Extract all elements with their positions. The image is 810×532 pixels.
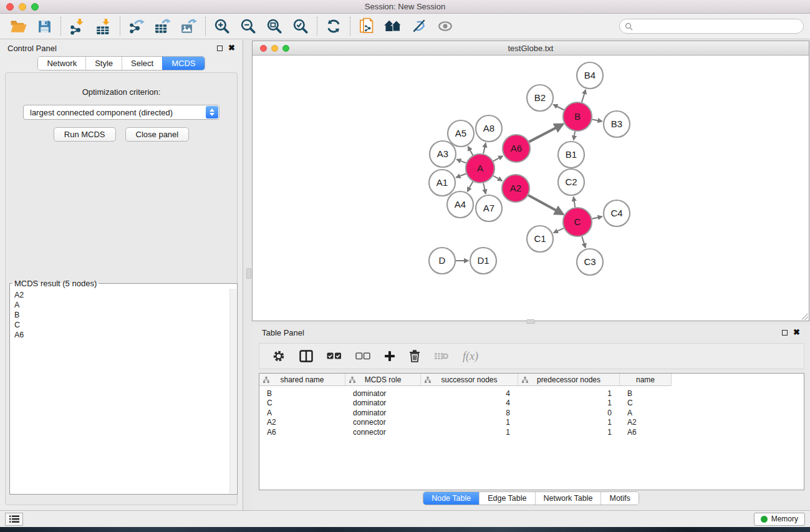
- network-minimize-icon[interactable]: [271, 45, 278, 52]
- table-cell[interactable]: 4: [421, 399, 518, 407]
- table-cell[interactable]: dominator: [345, 409, 421, 417]
- tab-style[interactable]: Style: [85, 57, 122, 70]
- tab-node-table[interactable]: Node Table: [423, 492, 479, 505]
- table-row[interactable]: Cdominator41C: [259, 399, 804, 409]
- table-cell[interactable]: 1: [421, 428, 518, 437]
- zoom-selected-button[interactable]: [287, 16, 314, 37]
- zoom-window-icon[interactable]: [31, 3, 39, 11]
- graph-node-B[interactable]: B: [563, 102, 592, 131]
- export-image-button[interactable]: [176, 16, 202, 37]
- column-header-successor-nodes[interactable]: successor nodes: [421, 374, 518, 386]
- tab-edge-table[interactable]: Edge Table: [479, 492, 534, 505]
- table-settings-button[interactable]: [272, 347, 286, 365]
- close-window-icon[interactable]: [6, 3, 14, 11]
- graph-node-B4[interactable]: B4: [577, 62, 603, 89]
- export-network-button[interactable]: [123, 16, 150, 37]
- table-cell[interactable]: 1: [518, 418, 620, 427]
- table-cell[interactable]: B: [259, 389, 345, 398]
- table-cell[interactable]: dominator: [345, 399, 421, 407]
- table-cell[interactable]: C: [620, 399, 672, 407]
- graph-node-D[interactable]: D: [429, 248, 455, 274]
- graph-node-C[interactable]: C: [563, 208, 592, 236]
- table-cell[interactable]: 4: [421, 389, 518, 398]
- run-mcds-button[interactable]: Run MCDS: [54, 127, 116, 142]
- graph-edge-A-A8[interactable]: [483, 143, 486, 153]
- tab-network[interactable]: Network: [38, 57, 85, 70]
- table-cell[interactable]: connector: [345, 418, 421, 427]
- tab-network-table[interactable]: Network Table: [535, 492, 601, 505]
- home-button[interactable]: [380, 16, 406, 37]
- graph-node-B2[interactable]: B2: [527, 85, 553, 111]
- result-item[interactable]: B: [14, 310, 237, 320]
- graph-node-A2[interactable]: A2: [502, 175, 529, 202]
- graph-edge-A-A4[interactable]: [468, 181, 473, 191]
- import-table-button[interactable]: [90, 16, 117, 37]
- column-header-MCDS-role[interactable]: MCDS role: [345, 374, 421, 386]
- refresh-button[interactable]: [321, 16, 347, 37]
- delete-table-button[interactable]: [434, 347, 449, 365]
- column-header-shared-name[interactable]: shared name: [259, 374, 345, 386]
- horizontal-splitter-handle[interactable]: [526, 319, 535, 324]
- split-view-button[interactable]: [299, 347, 313, 365]
- tab-motifs[interactable]: Motifs: [600, 492, 638, 505]
- graph-node-C1[interactable]: C1: [527, 226, 553, 252]
- open-session-button[interactable]: [5, 16, 31, 37]
- table-cell[interactable]: A: [259, 409, 345, 417]
- float-table-panel-icon[interactable]: [782, 330, 788, 336]
- deselect-all-button[interactable]: [355, 347, 370, 365]
- close-panel-button[interactable]: Close panel: [125, 127, 190, 142]
- graph-edge-A-A1[interactable]: [456, 173, 466, 177]
- result-item[interactable]: A2: [14, 290, 237, 300]
- graph-edge-B-B2[interactable]: [553, 105, 564, 110]
- graph-node-C3[interactable]: C3: [577, 249, 603, 275]
- function-builder-button[interactable]: f(x): [463, 347, 478, 365]
- graph-node-A1[interactable]: A1: [429, 170, 455, 196]
- task-history-button[interactable]: [5, 513, 23, 526]
- table-row[interactable]: A6connector11A6: [259, 427, 804, 437]
- network-zoom-icon[interactable]: [282, 45, 289, 52]
- close-table-panel-icon[interactable]: ✖: [793, 329, 800, 336]
- graph-node-B3[interactable]: B3: [604, 111, 630, 137]
- graph-edge-B-B4[interactable]: [582, 90, 586, 102]
- table-cell[interactable]: C: [259, 399, 345, 407]
- graph-edge-C-C4[interactable]: [592, 216, 602, 219]
- table-cell[interactable]: A: [620, 409, 672, 417]
- graph-edge-C-C3[interactable]: [582, 236, 586, 248]
- graph-edge-A6-B[interactable]: [529, 124, 563, 142]
- result-scrollbar[interactable]: [229, 289, 236, 493]
- graph-node-B1[interactable]: B1: [558, 142, 584, 168]
- memory-button[interactable]: Memory: [754, 513, 805, 526]
- graph-edge-A-A2[interactable]: [493, 176, 502, 181]
- table-cell[interactable]: connector: [345, 428, 421, 437]
- table-cell[interactable]: dominator: [345, 389, 421, 398]
- table-cell[interactable]: A6: [620, 428, 672, 437]
- table-cell[interactable]: 1: [518, 399, 620, 407]
- network-document-button[interactable]: [354, 16, 380, 37]
- node-table[interactable]: shared nameMCDS rolesuccessor nodesprede…: [259, 373, 804, 490]
- result-item[interactable]: A6: [14, 330, 237, 340]
- result-item[interactable]: C: [14, 320, 237, 330]
- add-column-button[interactable]: [384, 347, 395, 365]
- search-field[interactable]: [619, 19, 804, 34]
- table-row[interactable]: Adominator80A: [259, 408, 804, 418]
- graph-node-C2[interactable]: C2: [558, 169, 584, 195]
- graph-node-C4[interactable]: C4: [604, 200, 630, 226]
- table-cell[interactable]: A2: [620, 418, 672, 427]
- delete-column-button[interactable]: [409, 347, 420, 365]
- column-header-name[interactable]: name: [620, 374, 672, 386]
- table-cell[interactable]: 1: [518, 389, 620, 398]
- graph-node-A3[interactable]: A3: [430, 141, 456, 167]
- network-close-icon[interactable]: [260, 45, 267, 52]
- graph-edge-A-A6[interactable]: [493, 156, 503, 161]
- zoom-fit-button[interactable]: [261, 16, 287, 37]
- import-network-button[interactable]: [64, 16, 90, 37]
- table-cell[interactable]: 8: [421, 409, 518, 417]
- dropdown-stepper-icon[interactable]: [206, 106, 218, 118]
- hide-graphics-details-button[interactable]: [406, 16, 432, 37]
- graph-edge-A-A7[interactable]: [483, 183, 486, 193]
- table-cell[interactable]: B: [620, 389, 672, 398]
- graph-node-A4[interactable]: A4: [447, 191, 473, 218]
- zoom-in-button[interactable]: [209, 16, 235, 37]
- save-session-button[interactable]: [31, 16, 57, 37]
- table-cell[interactable]: A2: [259, 418, 345, 427]
